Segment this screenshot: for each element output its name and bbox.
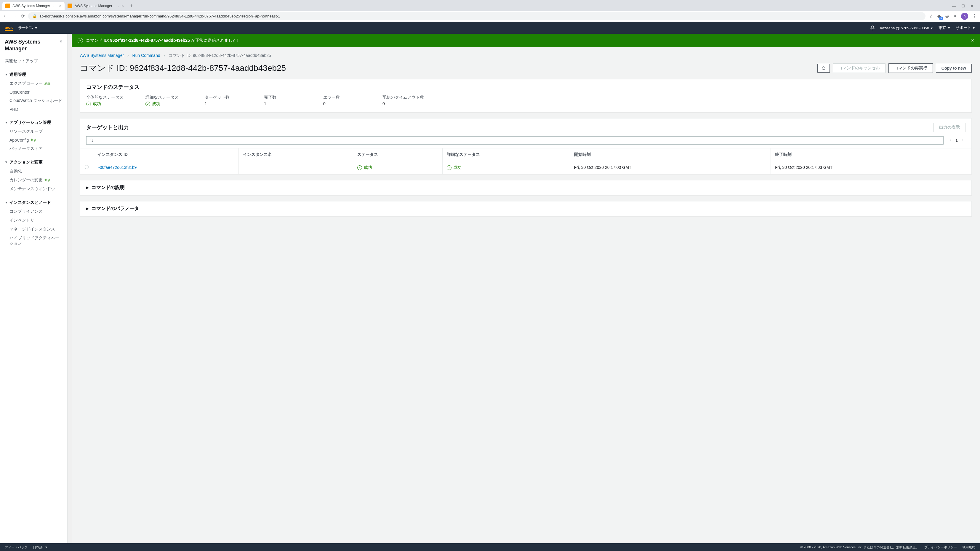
close-icon[interactable]: × <box>971 37 974 43</box>
aws-favicon <box>68 3 72 8</box>
sidebar-item-change-calendar[interactable]: カレンダーの変更新規 <box>0 176 67 185</box>
account-menu[interactable]: kazaana @ 5769-5092-0858▼ <box>880 26 933 30</box>
terms-link[interactable]: 利用規約 <box>962 545 975 549</box>
column-header[interactable]: 終了時刻 <box>771 148 971 161</box>
menu-icon[interactable]: ⋮ <box>972 13 977 19</box>
sidebar-item-hybrid-activations[interactable]: ハイブリッドアクティベーション <box>0 234 67 248</box>
refresh-button[interactable] <box>817 64 830 73</box>
cancel-command-button: コマンドのキャンセル <box>833 64 886 73</box>
minimize-icon[interactable]: — <box>952 4 956 8</box>
close-icon[interactable]: × <box>59 3 62 8</box>
address-bar: ← → ⟳ 🔒 ap-northeast-1.console.aws.amazo… <box>0 11 980 22</box>
chevron-down-icon: ▼ <box>5 201 8 204</box>
stat-completed-count: 完了数 1 <box>264 95 305 107</box>
stat-target-count: ターゲット数 1 <box>205 95 246 107</box>
breadcrumb-link[interactable]: AWS Systems Manager <box>80 53 124 58</box>
command-parameters-panel[interactable]: ▶コマンドのパラメータ <box>80 201 972 216</box>
url-text: ap-northeast-1.console.aws.amazon.com/sy… <box>40 14 280 18</box>
close-icon[interactable]: × <box>59 38 62 45</box>
column-header[interactable]: インスタンス名 <box>239 148 353 161</box>
stat-error-count: エラー数 0 <box>323 95 365 107</box>
back-icon[interactable]: ← <box>3 13 8 19</box>
prev-page-icon[interactable]: 〈 <box>948 138 952 143</box>
region-menu[interactable]: 東京▼ <box>939 25 950 30</box>
panel-title: コマンドのステータス <box>80 80 971 95</box>
check-circle-icon: ✓ <box>447 165 452 170</box>
sidebar-section-operations[interactable]: ▼運用管理 <box>0 70 67 79</box>
sidebar-item-maintenance-windows[interactable]: メンテナンスウィンドウ <box>0 185 67 193</box>
view-output-button: 出力の表示 <box>934 123 966 132</box>
sidebar-item-resource-groups[interactable]: リソースグループ <box>0 127 67 136</box>
bell-icon[interactable] <box>870 25 875 30</box>
sidebar-section-instances[interactable]: ▼インスタンスとノード <box>0 198 67 207</box>
column-header[interactable]: ステータス <box>353 148 442 161</box>
chevron-right-icon: › <box>164 53 165 58</box>
feedback-link[interactable]: フィードバック <box>5 545 27 549</box>
sidebar-item-cloudwatch[interactable]: CloudWatch ダッシュボード <box>0 96 67 105</box>
search-input[interactable] <box>86 136 943 145</box>
stat-overall-status: 全体的なステータス ✓成功 <box>86 95 128 107</box>
copyright-text: © 2008 - 2020, Amazon Web Services, Inc.… <box>800 545 919 549</box>
tab-title: AWS Systems Manager - Sessio <box>75 4 119 8</box>
breadcrumb-link[interactable]: Run Command <box>132 53 160 58</box>
language-menu[interactable]: 日本語 ▼ <box>33 545 48 549</box>
browser-chrome: AWS Systems Manager - Run Co × AWS Syste… <box>0 0 980 22</box>
search-icon <box>89 139 94 142</box>
copy-to-new-button[interactable]: Copy to new <box>936 64 972 73</box>
maximize-icon[interactable]: ☐ <box>961 4 965 8</box>
extension-icon[interactable]: ⊕ <box>945 13 949 19</box>
check-circle-icon: ✓ <box>86 102 91 106</box>
url-input[interactable]: 🔒 ap-northeast-1.console.aws.amazon.com/… <box>28 12 926 20</box>
panel-title: ターゲットと出力 <box>86 124 129 131</box>
pagination: 〈 1 〉 <box>948 138 966 143</box>
command-status-panel: コマンドのステータス 全体的なステータス ✓成功 詳細なステータス ✓成功 ター… <box>80 79 972 112</box>
triangle-right-icon: ▶ <box>86 207 89 211</box>
sidebar-item-quick-setup[interactable]: 高速セットアップ <box>0 56 67 68</box>
aws-logo[interactable]: aws <box>5 25 13 31</box>
cell-end-time: Fri, 30 Oct 2020 20:17:03 GMT <box>771 161 971 174</box>
stat-detailed-status: 詳細なステータス ✓成功 <box>145 95 187 107</box>
sidebar-item-automation[interactable]: 自動化 <box>0 167 67 176</box>
sidebar-item-parameter-store[interactable]: パラメータストア <box>0 144 67 153</box>
browser-tab[interactable]: AWS Systems Manager - Sessio × <box>65 2 127 10</box>
scrollbar[interactable] <box>68 34 72 543</box>
services-menu[interactable]: サービス▼ <box>18 25 38 30</box>
radio-select[interactable] <box>85 165 89 169</box>
new-tab-button[interactable]: + <box>127 2 136 10</box>
sidebar-section-application[interactable]: ▼アプリケーション管理 <box>0 118 67 127</box>
star-icon[interactable]: ☆ <box>929 13 933 19</box>
command-description-panel[interactable]: ▶コマンドの説明 <box>80 180 972 195</box>
sidebar-item-explorer[interactable]: エクスプローラー新規 <box>0 79 67 88</box>
rerun-command-button[interactable]: コマンドの再実行 <box>888 64 933 73</box>
reload-icon[interactable]: ⟳ <box>21 13 25 19</box>
sidebar-item-compliance[interactable]: コンプライアンス <box>0 207 67 216</box>
sidebar-item-managed-instances[interactable]: マネージドインスタンス <box>0 225 67 234</box>
sidebar-item-inventory[interactable]: インベントリ <box>0 216 67 225</box>
close-window-icon[interactable]: ✕ <box>970 4 974 8</box>
browser-tab[interactable]: AWS Systems Manager - Run Co × <box>2 2 65 10</box>
chevron-down-icon: ▼ <box>5 73 8 76</box>
sidebar-title: AWS Systems Manager <box>5 38 59 53</box>
page-title: コマンド ID: 9624f834-12d8-442b-8757-4aaddb4… <box>80 62 815 74</box>
instance-id-link[interactable]: i-00fae472d613f81b9 <box>97 165 137 170</box>
support-menu[interactable]: サポート▼ <box>956 25 975 30</box>
extensions-icon[interactable]: ✦ <box>953 13 957 19</box>
extension-icon[interactable]: ◆9 <box>937 13 941 19</box>
column-header[interactable]: インスタンス ID <box>93 148 239 161</box>
success-alert: ✓ コマンド ID: 9624f834-12d8-442b-8757-4aadd… <box>72 34 980 47</box>
svg-point-0 <box>90 139 92 141</box>
sidebar-item-appconfig[interactable]: AppConfig新規 <box>0 136 67 144</box>
sidebar-item-opscenter[interactable]: OpsCenter <box>0 88 67 96</box>
column-header[interactable]: 開始時刻 <box>570 148 771 161</box>
next-page-icon[interactable]: 〉 <box>961 138 966 143</box>
sidebar-section-actions[interactable]: ▼アクションと変更 <box>0 158 67 167</box>
privacy-link[interactable]: プライバシーポリシー <box>924 545 957 549</box>
sidebar-item-phd[interactable]: PHD <box>0 105 67 113</box>
column-header[interactable]: 詳細なステータス <box>442 148 570 161</box>
chevron-down-icon: ▼ <box>5 121 8 124</box>
table-row[interactable]: i-00fae472d613f81b9 ✓成功 ✓成功 Fri, 30 Oct … <box>80 161 971 174</box>
profile-avatar[interactable]: h <box>961 13 968 20</box>
breadcrumb-current: コマンド ID: 9624f834-12d8-442b-8757-4aaddb4… <box>169 53 271 58</box>
forward-icon[interactable]: → <box>12 13 17 19</box>
close-icon[interactable]: × <box>121 3 124 8</box>
